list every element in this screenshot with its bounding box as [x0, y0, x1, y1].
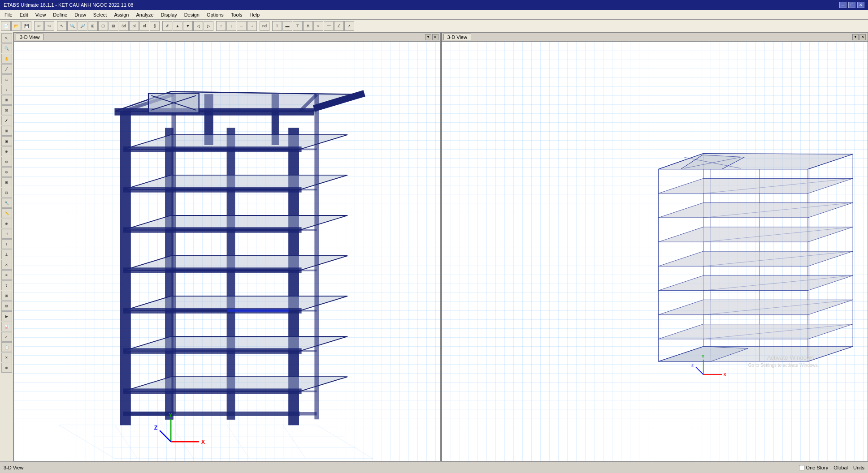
select-window[interactable]: ⊡	[1, 105, 12, 115]
left-viewport-tab[interactable]: 3-D View	[16, 34, 43, 40]
menu-help[interactable]: Help	[246, 11, 264, 18]
menu-display[interactable]: Display	[157, 11, 181, 18]
model-up-button[interactable]: ▲	[173, 21, 182, 31]
refresh-button[interactable]: ↺	[162, 21, 172, 31]
menu-define[interactable]: Define	[49, 11, 71, 18]
rotate-left-button[interactable]: ◁	[193, 21, 203, 31]
special-tool[interactable]: ⊞	[1, 291, 12, 301]
menu-view[interactable]: View	[32, 11, 50, 18]
wave-section[interactable]: 〰	[324, 21, 334, 31]
plan-view-button[interactable]: pl	[129, 21, 139, 31]
restore-button[interactable]: □	[848, 2, 855, 8]
svg-line-20	[695, 367, 703, 374]
wf-watermark-1: Activate Windows	[767, 354, 814, 361]
zoom-fit-button[interactable]: ⊡	[98, 21, 108, 31]
new-button[interactable]: 📄	[1, 21, 11, 31]
toolbar: 📄 📂 💾 ↩ ↪ ↖ 🔍 🔎 ⊞ ⊡ ⊠ 3d pl el § ↺ ▲ ▼ ◁…	[0, 20, 868, 32]
display-options[interactable]: nd	[260, 21, 269, 31]
intersect-tool[interactable]: ✕	[1, 260, 12, 270]
angle-section[interactable]: ∠	[334, 21, 344, 31]
menu-file[interactable]: File	[1, 11, 16, 18]
extra-tool[interactable]: ⊕	[1, 363, 12, 373]
delete-tool[interactable]: ✗	[1, 116, 12, 125]
right-viewport-canvas: Activate Windows Go to Settings to activ…	[442, 42, 868, 461]
wrench-tool[interactable]: 🔧	[1, 198, 12, 208]
right-viewport-controls: ▾ ✕	[852, 34, 866, 40]
cursor-tool[interactable]: ↖	[1, 33, 12, 43]
close-button[interactable]: ✕	[857, 2, 864, 8]
draw-rect[interactable]: ▭	[1, 74, 12, 84]
right-button[interactable]: →	[247, 21, 257, 31]
menu-design[interactable]: Design	[181, 11, 203, 18]
vertical-align[interactable]: ⇕	[1, 280, 12, 290]
model-down-button[interactable]: ▼	[183, 21, 193, 31]
global-label: Global	[833, 465, 848, 470]
save-button[interactable]: 💾	[22, 21, 31, 31]
pan-tool[interactable]: ✋	[1, 54, 12, 64]
zoom-in-button[interactable]: 🔍	[67, 21, 77, 31]
minimize-button[interactable]: ─	[839, 2, 846, 8]
redo-button[interactable]: ↪	[44, 21, 54, 31]
one-story-checkbox[interactable]	[799, 465, 804, 470]
menu-edit[interactable]: Edit	[16, 11, 32, 18]
menu-assign[interactable]: Assign	[110, 11, 132, 18]
assign-tool[interactable]: ⊗	[1, 157, 12, 167]
design-check[interactable]: ✓	[1, 332, 12, 342]
menu-analyze[interactable]: Analyze	[132, 11, 157, 18]
right-viewport-tab[interactable]: 3-D View	[443, 34, 471, 40]
tilde-section[interactable]: ≈	[313, 21, 323, 31]
left-button[interactable]: ←	[237, 21, 247, 31]
rect-section[interactable]: ▬	[282, 21, 292, 31]
zoom-full-button[interactable]: ⊠	[108, 21, 118, 31]
section-button[interactable]: §	[150, 21, 160, 31]
results-tool[interactable]: 📊	[1, 322, 12, 331]
wf-slab-5	[658, 251, 853, 266]
zoom-out-button[interactable]: 🔎	[78, 21, 87, 31]
run-analysis[interactable]: ▶	[1, 311, 12, 321]
grid-tool[interactable]: ⊟	[1, 188, 12, 198]
3d-view-button[interactable]: 3d	[119, 21, 129, 31]
shell-tool[interactable]: ▣	[1, 136, 12, 146]
open-button[interactable]: 📂	[11, 21, 21, 31]
props-tool[interactable]: ⊕	[1, 146, 12, 156]
right-viewport-header: 3-D View ▾ ✕	[442, 33, 868, 42]
align-tool[interactable]: ≡	[1, 270, 12, 280]
down-button[interactable]: ↓	[226, 21, 236, 31]
merge-tool[interactable]: ⊥	[1, 249, 12, 259]
move-tool[interactable]: ⊕	[1, 219, 12, 228]
frame-tool[interactable]: ⊞	[1, 126, 12, 136]
mirror-tool[interactable]: ⊣	[1, 229, 12, 239]
select-all[interactable]: ⊞	[1, 95, 12, 105]
table-tool[interactable]: ⊞	[1, 177, 12, 187]
menu-tools[interactable]: Tools	[227, 11, 246, 18]
draw-point[interactable]: •	[1, 85, 12, 95]
zoom-sidebar[interactable]: 🔍	[1, 43, 12, 53]
right-viewport-minimize[interactable]: ▾	[852, 34, 859, 40]
t-section[interactable]: T	[272, 21, 282, 31]
menu-options[interactable]: Options	[203, 11, 227, 18]
angle2-section[interactable]: ∧	[344, 21, 354, 31]
undo-button[interactable]: ↩	[34, 21, 44, 31]
left-viewport-close[interactable]: ✕	[432, 34, 438, 40]
split-tool[interactable]: ⊤	[1, 239, 12, 249]
up-button[interactable]: ↑	[216, 21, 226, 31]
measure-tool[interactable]: 📏	[1, 208, 12, 218]
report-tool[interactable]: 📋	[1, 342, 12, 352]
assign-section[interactable]: ⊤	[293, 21, 303, 31]
left-viewport[interactable]: 3-D View ▾ ✕	[13, 32, 441, 461]
left-viewport-minimize[interactable]: ▾	[425, 34, 431, 40]
analysis-tool[interactable]: ⊠	[1, 301, 12, 311]
draw-line[interactable]: ╱	[1, 64, 12, 74]
elev-view-button[interactable]: el	[139, 21, 149, 31]
pointer-tool[interactable]: ↖	[57, 21, 67, 31]
rotate-right-button[interactable]: ▷	[204, 21, 213, 31]
left-viewport-header: 3-D View ▾ ✕	[14, 33, 440, 42]
cross-section[interactable]: ✕	[1, 353, 12, 362]
menu-draw[interactable]: Draw	[71, 11, 90, 18]
zoom-rect-button[interactable]: ⊞	[88, 21, 98, 31]
right-viewport-close[interactable]: ✕	[859, 34, 866, 40]
label-tool[interactable]: ⊘	[1, 167, 12, 177]
b-section[interactable]: B	[303, 21, 313, 31]
menu-select[interactable]: Select	[90, 11, 111, 18]
right-viewport[interactable]: 3-D View ▾ ✕	[441, 32, 868, 461]
